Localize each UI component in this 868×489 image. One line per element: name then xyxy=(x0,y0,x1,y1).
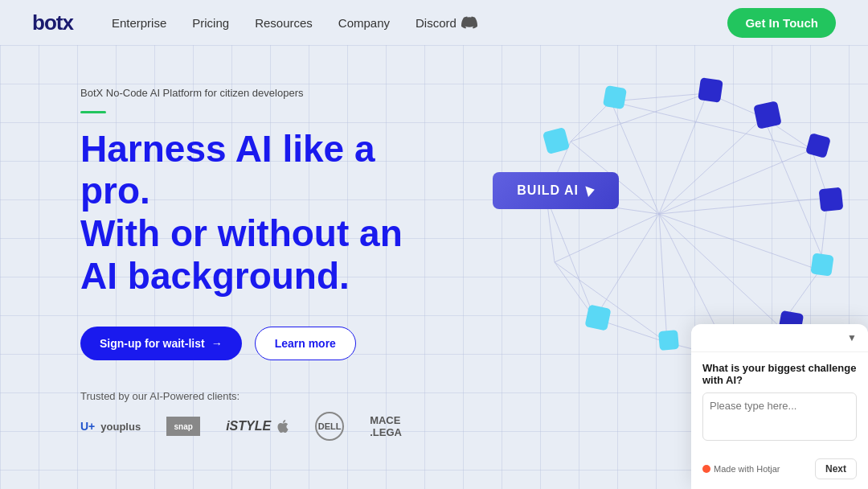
hero-accent-line xyxy=(80,111,106,113)
chat-next-button[interactable]: Next xyxy=(815,458,857,479)
nav-discord[interactable]: Discord xyxy=(416,14,477,31)
logo-mace: MACE.LEGA xyxy=(370,414,402,438)
svg-line-26 xyxy=(571,93,707,142)
logo-istyle: iSTYLE xyxy=(226,419,289,434)
svg-rect-36 xyxy=(810,253,833,276)
chat-question: What is your biggest challenge with AI? xyxy=(691,352,868,392)
signup-label: Sign-up for wait-list xyxy=(100,337,205,350)
svg-rect-41 xyxy=(805,133,831,158)
chat-widget: ▼ What is your biggest challenge with AI… xyxy=(691,324,868,489)
discord-icon xyxy=(461,14,477,31)
hero-title: Harness AI like a pro. With or without a… xyxy=(80,128,450,298)
chat-footer: Made with Hotjar Next xyxy=(691,452,868,489)
discord-label: Discord xyxy=(416,16,457,30)
arrow-icon: → xyxy=(211,337,223,350)
svg-line-7 xyxy=(659,214,780,327)
build-ai-button[interactable]: BUILD AI xyxy=(493,172,619,209)
logo-dell: DELL xyxy=(315,412,344,441)
hotjar-icon xyxy=(702,465,710,473)
svg-rect-35 xyxy=(658,330,679,351)
signup-waitlist-button[interactable]: Sign-up for wait-list → xyxy=(80,327,242,360)
chat-dropdown-icon[interactable]: ▼ xyxy=(847,332,857,343)
chat-input[interactable] xyxy=(702,392,857,441)
nav-resources[interactable]: Resources xyxy=(255,16,313,30)
svg-line-27 xyxy=(611,101,812,150)
svg-rect-31 xyxy=(542,127,570,154)
hotjar-label: Made with Hotjar xyxy=(714,464,780,474)
get-in-touch-button[interactable]: Get In Touch xyxy=(727,8,836,38)
svg-line-5 xyxy=(659,198,828,214)
svg-line-13 xyxy=(571,101,611,142)
apple-icon xyxy=(276,420,289,433)
hero-subtitle: BotX No-Code AI Platform for citizen dev… xyxy=(80,85,450,101)
svg-rect-32 xyxy=(603,85,627,109)
trusted-section: Trusted by our AI-Powered clients: U+ yo… xyxy=(80,390,402,441)
svg-line-10 xyxy=(595,214,659,318)
svg-rect-40 xyxy=(753,101,782,129)
svg-line-2 xyxy=(659,93,707,214)
logo-youplus: U+ youplus xyxy=(80,420,141,433)
hotjar-badge: Made with Hotjar xyxy=(702,464,780,474)
chat-header: ▼ xyxy=(691,324,868,352)
logo-snap: snap xyxy=(166,417,200,436)
learn-more-button[interactable]: Learn more xyxy=(255,327,356,360)
nav-enterprise[interactable]: Enterprise xyxy=(112,16,166,30)
svg-rect-42 xyxy=(819,187,844,212)
svg-line-9 xyxy=(659,214,667,343)
nav-pricing[interactable]: Pricing xyxy=(192,16,229,30)
svg-rect-34 xyxy=(584,304,611,331)
hero-buttons: Sign-up for wait-list → Learn more xyxy=(80,327,450,360)
trusted-label: Trusted by our AI-Powered clients: xyxy=(80,390,402,402)
cursor-icon xyxy=(585,184,596,197)
trusted-logos: U+ youplus snap iSTYLE DELL MACE.LEGA xyxy=(80,412,402,441)
hero-content: BotX No-Code AI Platform for citizen dev… xyxy=(80,69,450,360)
svg-line-3 xyxy=(659,117,764,214)
logo: botx xyxy=(32,10,73,35)
nav-company[interactable]: Company xyxy=(338,16,390,30)
svg-line-11 xyxy=(555,214,659,262)
build-ai-label: BUILD AI xyxy=(517,183,579,198)
nav-links: Enterprise Pricing Resources Company Dis… xyxy=(112,14,728,31)
navbar: botx Enterprise Pricing Resources Compan… xyxy=(0,0,868,45)
svg-rect-39 xyxy=(698,77,723,103)
svg-line-29 xyxy=(555,262,667,343)
svg-line-4 xyxy=(659,150,812,214)
